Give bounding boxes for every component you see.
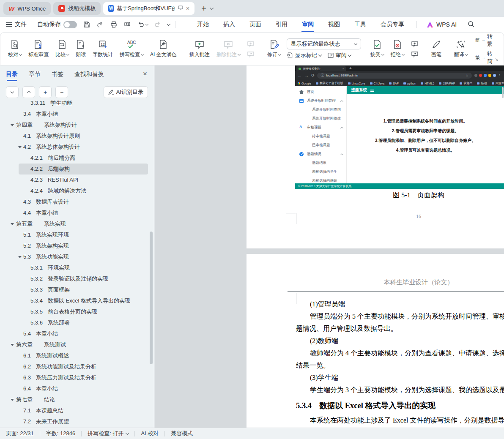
toc-item[interactable]: 6.4本章小结 [0, 383, 154, 394]
ai-recognize-toc-button[interactable]: AI识别目录 [104, 86, 148, 98]
toc-item[interactable]: 7.2未来工作展望 [0, 416, 154, 427]
print-preview-icon[interactable] [123, 21, 131, 28]
text-line[interactable]: 学生端分为 3 个主要功能模块，分别为选择课题、我的选题以及最 [296, 384, 504, 396]
accept-change-button[interactable]: 接受 [367, 36, 387, 62]
toc-item[interactable]: 5.4本章小结 [0, 328, 154, 339]
toc-item[interactable]: 4.1系统架构设计原则 [0, 131, 154, 142]
new-tab-icon[interactable]: + [201, 4, 206, 14]
toc-scrollbar[interactable] [150, 232, 153, 364]
toc-item[interactable]: 4.2系统总体架构设计 [0, 142, 154, 153]
toc-item[interactable]: 4.2.1前后端分离 [0, 153, 154, 164]
ribbon-tab[interactable]: 审阅 [295, 18, 321, 31]
markup-state-dropdown[interactable]: 显示标记的最终状态 [287, 38, 361, 49]
ribbon-tab[interactable]: 页面 [242, 18, 268, 31]
expand-all-button[interactable] [22, 86, 35, 98]
spellcheck-indicator[interactable]: 拼写检查: 打开 [88, 430, 129, 437]
ai-proofread-indicator[interactable]: AI 校对 [141, 430, 159, 437]
track-changes-button[interactable]: 修订 [264, 36, 284, 62]
ribbon-tab[interactable]: 视图 [321, 18, 347, 31]
to-simplified-button[interactable]: 繁→ 转简 [475, 50, 493, 65]
standard-review-button[interactable]: 标准审查 [25, 36, 52, 62]
toc-item[interactable]: 6.1系统测试概述 [0, 350, 154, 361]
text-line[interactable]: 题情况、用户管理以及数据导出。 [296, 322, 504, 335]
toc-item[interactable]: 4.2.4跨域的解决方法 [0, 185, 154, 196]
expand-triangle-icon[interactable] [11, 344, 14, 346]
expand-triangle-icon[interactable] [18, 146, 22, 148]
ribbon-tab[interactable]: 插入 [216, 18, 242, 31]
save-icon[interactable] [83, 21, 90, 28]
pane-tab[interactable]: 章节 [29, 67, 41, 82]
toc-item[interactable]: 5.1系统实现环境 [0, 229, 154, 240]
ai-polish-button[interactable]: AI 全文润色 [147, 36, 180, 62]
text-line[interactable]: (3)学生端 [296, 371, 504, 384]
page-indicator[interactable]: 页面: 22/31 [6, 430, 34, 437]
tab-list-chevron-icon[interactable] [210, 6, 214, 10]
spell-check-button[interactable]: ABC 拼写检查 [116, 36, 147, 62]
document-page-1[interactable]: 管理员控制台 × + ← → ⟳ ⓘ localhost:9999/admin … [247, 65, 504, 248]
export-icon[interactable] [96, 21, 104, 28]
app-tab-document[interactable]: W 基于SpringBoot和VUE的学生 × [103, 2, 194, 15]
app-tab-home[interactable]: W WPS Office [3, 2, 51, 15]
expand-triangle-icon[interactable] [11, 124, 14, 126]
close-tab-icon[interactable]: × [186, 5, 189, 12]
toc-item[interactable]: 5.3.5前台表格分页的实现 [0, 306, 154, 317]
autosave-toggle[interactable] [63, 21, 77, 28]
next-change-icon[interactable] [409, 50, 420, 58]
text-line[interactable]: (2)教师端 [296, 335, 504, 347]
to-traditional-button[interactable]: 简→ 转繁 [475, 33, 493, 48]
toc-item[interactable]: 4.2.2后端架构 [0, 164, 154, 175]
close-pane-icon[interactable]: × [143, 70, 147, 78]
document-page-2[interactable]: 本科生毕业设计（论文） (1)管理员端 管理员端分为 5 个主要功能模块，分别为… [247, 254, 504, 428]
wps-ai-button[interactable]: WPS AI [426, 21, 457, 28]
ribbon-tab[interactable]: 会员专享 [373, 18, 411, 31]
text-line[interactable]: 管理员端分为 5 个主要功能模块，分别为系统开放时间管理、审核课 [296, 310, 504, 322]
translate-button[interactable]: 翻译 [451, 36, 471, 62]
read-aloud-button[interactable]: 朗读 [72, 36, 89, 62]
toc-item[interactable]: 6.3系统压力测试及结果分析 [0, 372, 154, 383]
insert-comment-button[interactable]: 插入批注 [186, 36, 213, 62]
review-pane-button[interactable]: 审阅 [327, 52, 351, 59]
body-text[interactable]: (1)管理员端 管理员端分为 5 个主要功能模块，分别为系统开放时间管理、审核课… [296, 298, 504, 426]
search-icon[interactable] [467, 20, 475, 29]
document-canvas[interactable]: 管理员控制台 × + ← → ⟳ ⓘ localhost:9999/admin … [155, 65, 504, 428]
toc-item[interactable]: 5.3.3页面框架 [0, 284, 154, 295]
zoom-out-button[interactable]: − [55, 86, 68, 98]
pane-tab[interactable]: 查找和替换 [74, 67, 104, 82]
pane-tab[interactable]: 书签 [52, 67, 63, 82]
word-count-button[interactable]: 12 字数统计 [89, 36, 116, 62]
file-menu[interactable]: 文件 [6, 21, 27, 28]
collapse-all-button[interactable] [6, 86, 19, 98]
toc-item[interactable]: 第四章系统架构设计 [0, 120, 154, 131]
text-line[interactable]: 本系统在两处功能上涉及了 Excel 文件的读写操作，分别是数据导 [296, 414, 504, 426]
print-icon[interactable] [110, 21, 118, 28]
toc-item[interactable]: 7.1本课题总结 [0, 405, 154, 416]
toc-item[interactable]: 4.2.3RESTful API [0, 175, 154, 185]
toc-item[interactable]: 第七章结论 [0, 394, 154, 405]
toc-item[interactable]: 5.2系统架构实现 [0, 240, 154, 251]
toc-item[interactable]: 3.4本章小结 [0, 109, 154, 120]
app-tab-docer[interactable]: 找稻壳模板 [53, 2, 101, 15]
proofread-button[interactable]: 校对 [5, 36, 25, 62]
show-markup-button[interactable]: 显示标记 [287, 52, 321, 59]
toc-item[interactable]: 5.3.1环境实现 [0, 262, 154, 273]
compare-button[interactable]: 比较 [52, 36, 72, 62]
text-line[interactable]: 教师端分为 4 个主要功能模块，分别为查看课题、申请课题、选择学 [296, 347, 504, 359]
word-count-indicator[interactable]: 字数: 12846 [46, 430, 75, 437]
toc-item[interactable]: 4.4本章小结 [0, 207, 154, 218]
reject-change-button[interactable]: 拒绝 [387, 36, 408, 62]
autosave-control[interactable]: 自动保存 [37, 21, 77, 28]
ribbon-tab[interactable]: 工具 [347, 18, 373, 31]
expand-triangle-icon[interactable] [11, 223, 14, 225]
toolbar-options-chevron-icon[interactable] [167, 22, 170, 26]
text-line[interactable]: 结果一览。 [296, 359, 504, 371]
toc-item[interactable]: 第六章系统测试 [0, 339, 154, 350]
previous-change-icon[interactable] [409, 40, 420, 48]
toc-item[interactable]: 5.3.2登录验证以及注销的实现 [0, 273, 154, 284]
pane-tab[interactable]: 目录 [6, 67, 18, 82]
expand-triangle-icon[interactable] [11, 399, 14, 401]
zoom-in-button[interactable]: + [39, 86, 52, 98]
pen-button[interactable]: 画笔 [428, 36, 445, 62]
toc-item[interactable]: 5.3.6系统部署 [0, 317, 154, 328]
dialog-launcher-icon[interactable]: ↘ [495, 57, 498, 62]
ribbon-tab[interactable]: 开始 [190, 18, 216, 31]
